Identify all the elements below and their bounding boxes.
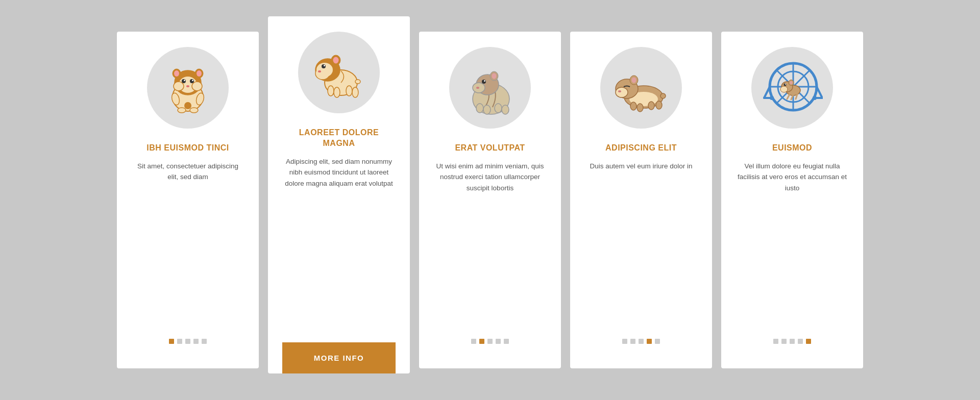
svg-point-4	[192, 82, 202, 91]
dot-2	[630, 339, 635, 344]
svg-point-52	[630, 102, 636, 110]
svg-point-51	[632, 78, 636, 83]
svg-line-63	[764, 87, 770, 98]
svg-point-49	[618, 90, 621, 92]
dot-5	[202, 339, 207, 344]
svg-point-71	[780, 86, 788, 92]
hamster-front-icon	[157, 57, 218, 118]
dot-4	[496, 339, 501, 344]
svg-point-16	[184, 102, 191, 109]
card-ibh-euismod: IBH EUISMOD TINCI Sit amet, consectetuer…	[117, 32, 259, 368]
more-info-button[interactable]: MORE INFO	[282, 342, 396, 373]
card-5-dots	[773, 339, 811, 354]
dot-1	[169, 339, 174, 344]
svg-point-23	[322, 64, 326, 68]
svg-point-18	[190, 108, 198, 113]
card-2-icon-circle	[298, 32, 380, 113]
svg-point-32	[355, 80, 360, 84]
svg-point-43	[495, 104, 502, 113]
card-4-icon-circle	[600, 47, 682, 129]
svg-point-68	[813, 96, 817, 100]
svg-point-39	[492, 73, 497, 79]
dot-2	[781, 339, 787, 344]
card-5-title: EUISMOD	[772, 143, 812, 154]
card-3-dots	[471, 339, 509, 354]
svg-point-48	[616, 87, 628, 97]
svg-point-3	[174, 82, 184, 91]
svg-point-13	[197, 70, 202, 77]
dot-3	[639, 339, 644, 344]
hamster-profile-icon	[459, 57, 521, 118]
svg-point-40	[476, 87, 479, 89]
svg-line-76	[787, 94, 790, 99]
svg-point-56	[660, 93, 666, 98]
card-euismod: EUISMOD Vel illum dolore eu feugiat null…	[721, 32, 863, 368]
hamster-side-icon	[308, 42, 370, 103]
svg-line-66	[817, 87, 822, 98]
svg-point-41	[476, 104, 483, 113]
svg-point-28	[328, 86, 334, 96]
card-4-description: Duis autem vel eum iriure dolor in	[590, 161, 692, 324]
dot-5	[504, 339, 509, 344]
card-adipiscing-elit: ADIPISCING ELIT Duis autem vel eum iriur…	[570, 32, 712, 368]
svg-point-42	[483, 105, 491, 114]
svg-point-6	[190, 79, 194, 83]
svg-point-27	[333, 57, 339, 64]
svg-point-53	[637, 104, 643, 112]
dot-2	[479, 339, 484, 344]
svg-point-73	[785, 84, 786, 85]
svg-point-24	[324, 65, 325, 66]
card-erat-volutpat: ERAT VOLUTPAT Ut wisi enim ad minim veni…	[419, 32, 561, 368]
card-4-title: ADIPISCING ELIT	[605, 143, 677, 154]
svg-point-7	[184, 80, 185, 81]
svg-point-72	[784, 84, 787, 86]
svg-point-9	[186, 85, 189, 87]
card-3-icon-circle	[449, 47, 531, 129]
card-3-description: Ut wisi enim ad minim veniam, quis nostr…	[433, 161, 547, 324]
hamster-wheel-icon	[762, 57, 823, 118]
svg-point-11	[174, 70, 179, 77]
card-5-icon-circle	[751, 47, 833, 129]
dot-5	[806, 339, 811, 344]
svg-point-5	[182, 79, 186, 83]
card-1-title: IBH EUISMOD TINCI	[146, 143, 229, 154]
dot-2	[177, 339, 182, 344]
svg-point-25	[318, 70, 321, 72]
card-1-description: Sit amet, consectetuer adipiscing elit, …	[131, 161, 244, 324]
svg-point-55	[656, 101, 662, 109]
svg-point-17	[178, 108, 186, 113]
card-4-dots	[622, 339, 660, 354]
dot-1	[471, 339, 476, 344]
svg-point-37	[484, 80, 485, 82]
dot-3	[487, 339, 493, 344]
svg-point-29	[334, 87, 340, 97]
card-2-title: LAOREET DOLORE MAGNA	[282, 128, 396, 149]
card-laoreet-dolore: LAOREET DOLORE MAGNA Adipiscing elit, se…	[268, 16, 410, 373]
card-1-dots	[169, 339, 207, 354]
svg-point-8	[192, 80, 193, 81]
svg-point-30	[346, 86, 352, 96]
dot-1	[773, 339, 778, 344]
card-2-description: Adipiscing elit, sed diam nonummy nibh e…	[282, 156, 396, 332]
svg-point-31	[352, 87, 358, 97]
dot-5	[655, 339, 660, 344]
card-3-title: ERAT VOLUTPAT	[455, 143, 525, 154]
dot-3	[185, 339, 190, 344]
card-1-icon-circle	[147, 47, 229, 129]
svg-point-36	[482, 80, 486, 84]
dot-3	[790, 339, 795, 344]
dot-4	[193, 339, 199, 344]
cards-container: IBH EUISMOD TINCI Sit amet, consectetuer…	[102, 11, 878, 389]
hamster-sleeping-icon	[610, 57, 672, 118]
dot-1	[622, 339, 627, 344]
svg-point-75	[790, 81, 793, 84]
card-5-description: Vel illum dolore eu feugiat nulla facili…	[736, 161, 849, 324]
dot-4	[798, 339, 803, 344]
svg-point-65	[770, 96, 774, 100]
svg-point-54	[648, 102, 654, 110]
dot-4	[647, 339, 652, 344]
svg-point-44	[502, 105, 509, 114]
